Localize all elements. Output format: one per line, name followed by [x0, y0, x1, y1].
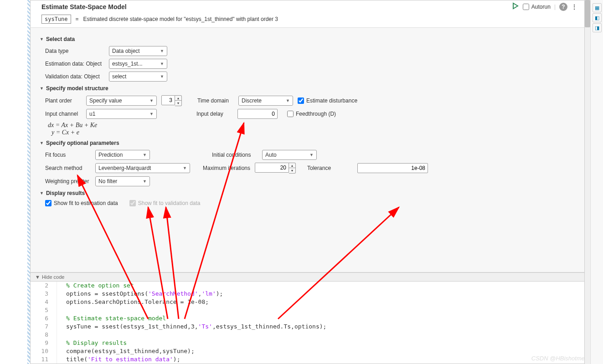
more-options-icon[interactable]: ⋮ — [571, 3, 577, 10]
row-display-results: Show fit to estimation data Show fit to … — [45, 200, 575, 206]
code-content[interactable]: % Create option setoptions = ssestOption… — [57, 282, 584, 364]
estimate-disturbance-checkbox[interactable]: Estimate disturbance — [298, 97, 357, 104]
plant-order-spinner[interactable]: ▲▼ — [161, 95, 182, 106]
fit-focus-select[interactable]: Prediction▼ — [95, 150, 150, 160]
chevron-down-icon: ▼ — [40, 37, 44, 41]
help-icon[interactable]: ? — [559, 3, 567, 11]
time-domain-select[interactable]: Discrete▼ — [238, 96, 293, 106]
sidebar-icon-3[interactable]: ◨ — [593, 23, 602, 32]
hide-code-toggle[interactable]: ▼ Hide code — [31, 272, 584, 282]
section-display-results[interactable]: ▼ Display results — [40, 190, 575, 196]
weighting-prefilter-select[interactable]: No filter▼ — [95, 176, 150, 186]
row-weighting-prefilter: Weighting prefilter No filter▼ — [45, 176, 575, 186]
row-fit-focus: Fit focus Prediction▼ Initial conditions… — [45, 150, 575, 160]
chevron-down-icon: ▼ — [40, 191, 44, 195]
chevron-down-icon: ▼ — [40, 86, 44, 91]
search-method-label: Search method — [45, 165, 91, 171]
show-fit-estimation-checkbox[interactable]: Show fit to estimation data — [45, 200, 118, 206]
line-numbers: 234567891011 — [31, 282, 57, 364]
section-optional-params[interactable]: ▼ Specify optional parameters — [40, 140, 575, 146]
tolerance-label: Tolerance — [307, 165, 353, 171]
output-description: Estimated discrete state-space model for… — [83, 16, 278, 22]
max-iterations-spinner[interactable]: ▲▼ — [255, 163, 296, 174]
validation-data-select[interactable]: select▼ — [109, 72, 167, 82]
scrollbar-thumb[interactable] — [585, 0, 590, 27]
chevron-down-icon: ▼ — [40, 141, 44, 145]
search-method-select[interactable]: Levenberg-Marquardt▼ — [95, 163, 190, 173]
plant-order-label: Plant order — [45, 97, 82, 104]
data-type-label: Data type — [45, 48, 104, 54]
parameters-panel: ▼ Select data Data type Data object▼ Est… — [31, 27, 584, 272]
row-input-channel: Input channel u1▼ Input delay Feedthroug… — [45, 109, 575, 119]
tolerance-input[interactable] — [357, 163, 428, 173]
scrollbar[interactable] — [585, 0, 590, 364]
row-estimation-data: Estimation data: Object estsys_1st...▼ — [45, 59, 575, 69]
task-title: Estimate State-Space Model — [41, 3, 127, 10]
row-search-method: Search method Levenberg-Marquardt▼ Maxim… — [45, 163, 575, 174]
output-row: sysTune = Estimated discrete state-space… — [31, 13, 584, 27]
autorun-checkbox[interactable]: Autorun — [523, 4, 551, 10]
fit-focus-label: Fit focus — [45, 152, 91, 158]
section-select-data[interactable]: ▼ Select data — [40, 36, 575, 42]
input-channel-label: Input channel — [45, 111, 82, 117]
estimation-data-label: Estimation data: Object — [45, 61, 104, 67]
initial-conditions-select[interactable]: Auto▼ — [262, 150, 317, 160]
equals-label: = — [76, 16, 79, 22]
header-controls: Autorun | ? ⋮ — [512, 2, 577, 11]
left-margin — [0, 0, 27, 364]
plant-order-mode-select[interactable]: Specify value▼ — [86, 96, 157, 106]
output-variable[interactable]: sysTune — [41, 15, 71, 24]
max-iterations-label: Maximum iterations — [203, 165, 250, 171]
initial-conditions-label: Initial conditions — [212, 152, 258, 158]
show-fit-validation-checkbox: Show fit to validation data — [129, 200, 201, 206]
sidebar-icon-1[interactable]: ▦ — [593, 3, 602, 12]
input-delay-input[interactable] — [237, 109, 278, 119]
time-domain-label: Time domain — [197, 97, 234, 104]
header-row: Estimate State-Space Model Autorun | ? ⋮ — [31, 0, 584, 13]
state-equation: dx = Ax + Bu + Ke y = Cx + e — [48, 122, 575, 136]
data-type-select[interactable]: Data object▼ — [109, 46, 167, 56]
row-plant-order: Plant order Specify value▼ ▲▼ Time domai… — [45, 95, 575, 106]
row-validation-data: Validation data: Object select▼ — [45, 72, 575, 82]
input-channel-select[interactable]: u1▼ — [86, 109, 157, 119]
feedthrough-checkbox[interactable]: Feedthrough (D) — [287, 111, 336, 117]
weighting-prefilter-label: Weighting prefilter — [45, 178, 91, 185]
row-data-type: Data type Data object▼ — [45, 46, 575, 56]
run-icon[interactable] — [512, 2, 519, 11]
task-panel: Estimate State-Space Model Autorun | ? ⋮… — [30, 0, 585, 364]
sidebar-icon-2[interactable]: ◧ — [593, 13, 602, 22]
code-area: 234567891011 % Create option setoptions … — [31, 282, 584, 364]
section-model-structure[interactable]: ▼ Specify model structure — [40, 85, 575, 92]
input-delay-label: Input delay — [196, 111, 233, 117]
validation-data-label: Validation data: Object — [45, 73, 104, 80]
vertical-separator: | — [554, 4, 556, 10]
chevron-down-icon: ▼ — [35, 274, 40, 280]
estimation-data-select[interactable]: estsys_1st...▼ — [109, 59, 167, 69]
right-sidebar: ▦ ◧ ◨ — [590, 0, 603, 364]
